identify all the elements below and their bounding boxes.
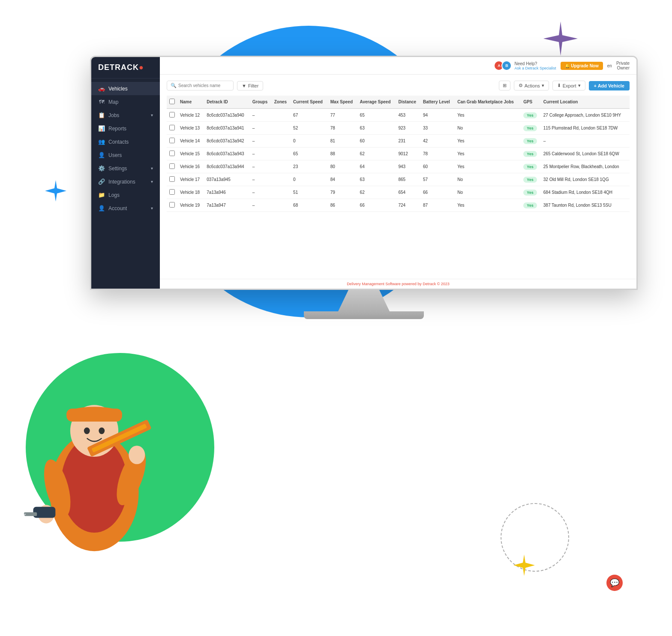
specialist-area: A B Need Help? Ask a Detrack Specialist — [494, 60, 556, 71]
app-logo: DETRACK● — [98, 63, 144, 72]
cell-battery: 94 — [420, 109, 455, 122]
cell-detrack-id: 8c6cdc037a13a941 — [204, 122, 249, 135]
row-checkbox[interactable] — [169, 112, 175, 118]
sidebar-item-jobs[interactable]: 📋 Jobs ▾ — [91, 109, 160, 122]
col-gps: GPS — [521, 96, 541, 109]
chevron-down-icon: ▾ — [151, 206, 153, 211]
cell-max-speed: 77 — [328, 109, 357, 122]
cell-avg-speed: 66 — [357, 199, 396, 212]
cell-detrack-id: 037a13a945 — [204, 173, 249, 186]
cell-marketplace: Yes — [455, 199, 521, 212]
cell-distance: 9012 — [396, 148, 421, 160]
table-row: Vehicle 18 7a13a946 – 51 79 62 654 66 No… — [167, 186, 630, 199]
columns-icon: ⊞ — [503, 83, 507, 88]
sidebar-item-account[interactable]: 👤 Account ▾ — [91, 202, 160, 215]
reports-icon: 📊 — [98, 125, 105, 132]
cell-avg-speed: 64 — [357, 160, 396, 173]
row-checkbox[interactable] — [169, 189, 175, 195]
row-checkbox-cell[interactable] — [167, 199, 177, 212]
row-checkbox[interactable] — [169, 163, 175, 169]
svg-point-5 — [84, 428, 90, 434]
sidebar-item-logs[interactable]: 📁 Logs — [91, 188, 160, 202]
row-checkbox-cell[interactable] — [167, 173, 177, 186]
cell-gps: Yes — [521, 148, 541, 160]
gps-badge: Yes — [523, 190, 537, 196]
specialist-avatars: A B — [494, 60, 512, 71]
cell-max-speed: 79 — [328, 186, 357, 199]
cell-max-speed: 78 — [328, 122, 357, 135]
export-button[interactable]: ⬇ Export ▾ — [552, 81, 585, 90]
sidebar-item-label: Integrations — [108, 179, 147, 185]
cell-max-speed: 86 — [328, 199, 357, 212]
columns-button[interactable]: ⊞ — [499, 81, 510, 90]
cell-groups: – — [250, 122, 272, 135]
row-checkbox[interactable] — [169, 125, 175, 130]
col-max-speed: Max Speed — [328, 96, 357, 109]
cell-avg-speed: 60 — [357, 135, 396, 148]
gear-icon: ⚙ — [519, 83, 523, 88]
gps-badge: Yes — [523, 202, 537, 208]
sidebar-item-reports[interactable]: 📊 Reports — [91, 122, 160, 135]
svg-point-6 — [99, 428, 105, 434]
cell-avg-speed: 62 — [357, 186, 396, 199]
col-battery: Battery Level — [420, 96, 455, 109]
row-checkbox-cell[interactable] — [167, 122, 177, 135]
cell-detrack-id: 8c6cdc037a13a944 — [204, 160, 249, 173]
sidebar-item-vehicles[interactable]: 🚗 Vehicles — [91, 82, 160, 95]
row-checkbox[interactable] — [169, 176, 175, 182]
cell-name: Vehicle 17 — [177, 173, 204, 186]
cell-avg-speed: 62 — [357, 148, 396, 160]
filter-button[interactable]: ▼ Filter — [237, 81, 263, 90]
add-vehicle-button[interactable]: + Add Vehicle — [589, 81, 630, 90]
star-yellow-icon — [513, 555, 535, 576]
row-checkbox-cell[interactable] — [167, 135, 177, 148]
sidebar-item-users[interactable]: 👤 Users — [91, 148, 160, 162]
row-checkbox-cell[interactable] — [167, 148, 177, 160]
sidebar-item-settings[interactable]: ⚙️ Settings ▾ — [91, 162, 160, 175]
actions-button[interactable]: ⚙ Actions ▾ — [514, 81, 549, 90]
gps-badge: Yes — [523, 138, 537, 144]
cell-marketplace: Yes — [455, 148, 521, 160]
select-all-header[interactable] — [167, 96, 177, 109]
cell-location: 25 Montpelier Row, Blackheath, London — [541, 160, 630, 173]
select-all-checkbox[interactable] — [169, 99, 175, 104]
users-icon: 👤 — [98, 152, 105, 158]
sidebar-item-integrations[interactable]: 🔗 Integrations ▾ — [91, 175, 160, 188]
sidebar-item-label: Reports — [108, 126, 153, 132]
cell-groups: – — [250, 148, 272, 160]
table-row: Vehicle 16 8c6cdc037a13a944 – 23 80 64 9… — [167, 160, 630, 173]
cell-battery: 33 — [420, 122, 455, 135]
main-content: A B Need Help? Ask a Detrack Specialist … — [160, 57, 636, 289]
row-checkbox[interactable] — [169, 151, 175, 156]
cell-current-speed: 0 — [291, 135, 328, 148]
row-checkbox[interactable] — [169, 138, 175, 143]
chat-button[interactable]: 💬 — [606, 575, 623, 591]
sidebar-item-contacts[interactable]: 👥 Contacts — [91, 135, 160, 148]
language-selector[interactable]: en — [607, 63, 612, 68]
cell-current-speed: 0 — [291, 173, 328, 186]
cell-location: 27 College Approach, London SE10 9HY — [541, 109, 630, 122]
specialist-link[interactable]: Ask a Detrack Specialist — [514, 66, 556, 70]
sidebar-logo: DETRACK● — [91, 57, 160, 78]
search-box[interactable]: 🔍 — [167, 81, 234, 90]
app-footer: Delivery Management Software powered by … — [160, 279, 636, 289]
chevron-down-icon: ▾ — [578, 83, 581, 88]
row-checkbox[interactable] — [169, 202, 175, 208]
action-buttons-group: ⊞ ⚙ Actions ▾ ⬇ Export ▾ — [499, 81, 630, 90]
col-name: Name — [177, 96, 204, 109]
gps-badge: Yes — [523, 164, 537, 170]
search-filter-group: 🔍 ▼ Filter — [167, 81, 263, 90]
monitor-container: DETRACK● 🚗 Vehicles 🗺 Map 📋 Jobs — [90, 56, 638, 319]
cell-zones — [272, 122, 291, 135]
cell-current-speed: 23 — [291, 160, 328, 173]
search-input[interactable] — [178, 83, 230, 88]
cell-zones — [272, 135, 291, 148]
upgrade-button[interactable]: 🔔 Upgrade Now — [561, 62, 603, 70]
sidebar-item-map[interactable]: 🗺 Map — [91, 95, 160, 109]
cell-max-speed: 88 — [328, 148, 357, 160]
row-checkbox-cell[interactable] — [167, 160, 177, 173]
cell-zones — [272, 199, 291, 212]
row-checkbox-cell[interactable] — [167, 186, 177, 199]
row-checkbox-cell[interactable] — [167, 109, 177, 122]
cell-distance: 654 — [396, 186, 421, 199]
